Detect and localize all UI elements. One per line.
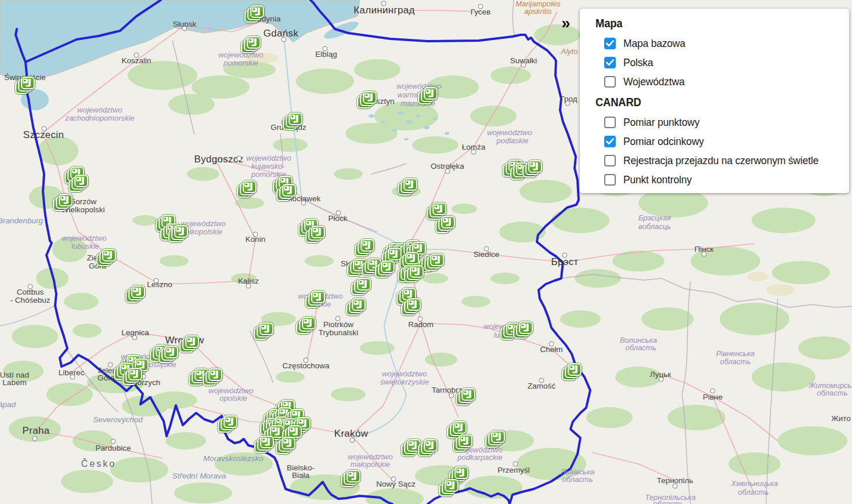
checkbox-unchecked[interactable] [604,174,616,186]
marker-face [250,5,264,18]
marker-face [528,160,542,173]
map-marker[interactable] [401,298,422,317]
map-marker[interactable] [254,322,275,341]
map-marker[interactable] [418,439,439,458]
map-marker[interactable] [398,178,418,197]
checkbox-checked[interactable] [604,57,616,68]
speed-camera-icon [303,318,315,328]
map-marker[interactable] [96,249,117,267]
map-marker[interactable] [341,470,362,488]
marker-face [74,175,88,187]
map-marker[interactable] [305,291,326,309]
map-marker[interactable] [453,434,474,453]
speed-camera-icon [283,438,294,448]
map-marker[interactable] [305,226,326,244]
speed-camera-icon [165,347,177,357]
layer-toggle-row[interactable]: Pomiar odcinkowy [604,132,849,151]
layer-toggle-row[interactable]: Punkt kontrolny [604,170,849,189]
layer-toggle-label: Polska [623,56,653,69]
map-marker[interactable] [158,346,179,364]
marker-face [405,252,419,264]
map-marker[interactable] [283,113,304,131]
speed-camera-icon [251,6,263,17]
speed-camera-icon [132,287,144,297]
checkbox-unchecked[interactable] [604,155,616,166]
checkbox-checked[interactable] [604,38,616,49]
speed-camera-icon [244,182,255,192]
map-marker[interactable] [68,175,89,193]
marker-face [288,113,302,125]
map-marker[interactable] [424,253,445,272]
map-marker[interactable] [522,160,543,179]
map-marker[interactable] [241,36,262,55]
map-marker[interactable] [276,437,297,455]
map-marker[interactable] [218,415,239,434]
speed-camera-icon [463,389,474,400]
map-marker[interactable] [179,335,200,354]
map-marker[interactable] [346,298,367,317]
map-marker[interactable] [254,436,275,454]
map-marker[interactable] [276,184,297,202]
map-marker[interactable] [203,368,223,387]
map-marker[interactable] [168,225,189,244]
speed-camera-icon [431,255,443,265]
map-marker[interactable] [125,285,146,304]
check-icon [606,138,614,145]
marker-face [403,178,417,191]
map-marker[interactable] [351,278,372,296]
checkbox-unchecked[interactable] [604,76,616,88]
marker-face [568,363,582,376]
map-marker[interactable] [375,260,396,279]
speed-camera-icon [364,92,376,103]
map-marker[interactable] [296,317,317,335]
map-application: КалининградPrahaKrakówGdańskSzczecinBydg… [0,0,852,504]
map-marker[interactable] [435,216,456,234]
map-marker[interactable] [513,321,534,340]
marker-face [407,298,421,311]
marker-face [424,439,438,452]
map-marker[interactable] [15,77,36,95]
layer-group-title: Mapa [595,17,829,30]
map-marker[interactable] [404,265,425,284]
map-marker[interactable] [244,5,265,24]
map-marker[interactable] [418,87,439,106]
marker-face [491,430,505,443]
speed-camera-icon [103,250,115,260]
marker-face [288,425,302,438]
layer-toggle-row[interactable]: Mapa bazowa [604,34,849,53]
checkbox-checked[interactable] [604,136,616,147]
marker-face [453,421,467,434]
marker-face [311,291,325,303]
speed-camera-icon [492,432,504,442]
layer-toggle-row[interactable]: Polska [604,53,849,72]
map-marker[interactable] [456,388,476,407]
speed-camera-icon [408,299,420,310]
map-marker[interactable] [237,180,258,199]
marker-face [259,322,273,335]
marker-face [164,346,178,358]
map-marker[interactable] [357,91,378,110]
marker-face [247,36,261,49]
map-marker[interactable] [53,194,74,212]
marker-face [519,321,533,334]
marker-face [454,466,468,479]
layer-toggle-row[interactable]: Województwa [604,72,849,91]
layer-toggle-row[interactable]: Rejestracja przejazdu na czerwonym świet… [604,151,849,170]
map-marker[interactable] [439,479,460,498]
marker-face [223,415,237,428]
speed-camera-icon [358,279,370,289]
map-marker[interactable] [485,430,506,449]
layer-panel-collapse-button[interactable]: » [556,14,576,34]
marker-face [424,87,438,100]
layer-toggle-label: Pomiar punktowy [623,116,699,129]
map-marker[interactable] [355,239,376,258]
marker-face [131,285,145,298]
check-icon [606,59,614,66]
layer-toggle-row[interactable]: Pomiar punktowy [604,113,849,132]
map-marker[interactable] [122,368,143,386]
marker-face [260,436,274,448]
map-marker[interactable] [562,363,583,382]
speed-camera-icon [175,226,187,237]
checkbox-unchecked[interactable] [604,117,616,128]
marker-face [128,368,142,380]
